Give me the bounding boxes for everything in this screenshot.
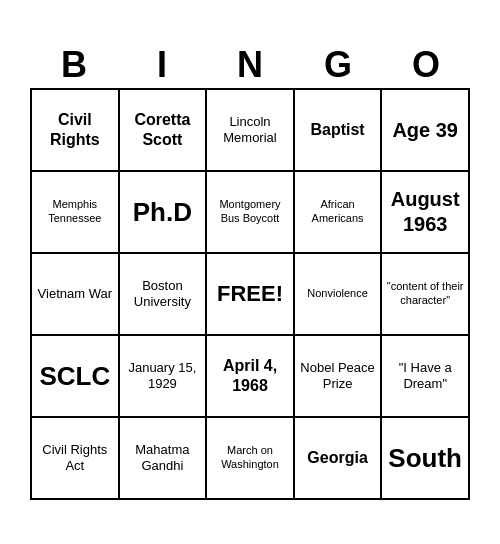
- cell-5: Memphis Tennessee: [32, 172, 120, 254]
- cell-1: Coretta Scott: [120, 90, 208, 172]
- cell-17: April 4, 1968: [207, 336, 295, 418]
- cell-14: "content of their character": [382, 254, 470, 336]
- title-i: I: [122, 44, 202, 86]
- cell-11: Boston University: [120, 254, 208, 336]
- bingo-grid: Civil Rights Coretta Scott Lincoln Memor…: [30, 88, 470, 500]
- bingo-title: B I N G O: [30, 44, 470, 86]
- cell-7: Montgomery Bus Boycott: [207, 172, 295, 254]
- cell-2: Lincoln Memorial: [207, 90, 295, 172]
- cell-20: Civil Rights Act: [32, 418, 120, 500]
- cell-13: Nonviolence: [295, 254, 383, 336]
- cell-21: Mahatma Gandhi: [120, 418, 208, 500]
- cell-16: January 15, 1929: [120, 336, 208, 418]
- cell-6: Ph.D: [120, 172, 208, 254]
- title-n: N: [210, 44, 290, 86]
- cell-0: Civil Rights: [32, 90, 120, 172]
- cell-18: Nobel Peace Prize: [295, 336, 383, 418]
- cell-19: "I Have a Dream": [382, 336, 470, 418]
- title-o: O: [386, 44, 466, 86]
- cell-15: SCLC: [32, 336, 120, 418]
- cell-12: FREE!: [207, 254, 295, 336]
- cell-24: South: [382, 418, 470, 500]
- bingo-card: B I N G O Civil Rights Coretta Scott Lin…: [20, 34, 480, 510]
- title-b: B: [34, 44, 114, 86]
- cell-3: Baptist: [295, 90, 383, 172]
- cell-22: March on Washington: [207, 418, 295, 500]
- cell-10: Vietnam War: [32, 254, 120, 336]
- title-g: G: [298, 44, 378, 86]
- cell-9: August 1963: [382, 172, 470, 254]
- cell-23: Georgia: [295, 418, 383, 500]
- cell-4: Age 39: [382, 90, 470, 172]
- cell-8: African Americans: [295, 172, 383, 254]
